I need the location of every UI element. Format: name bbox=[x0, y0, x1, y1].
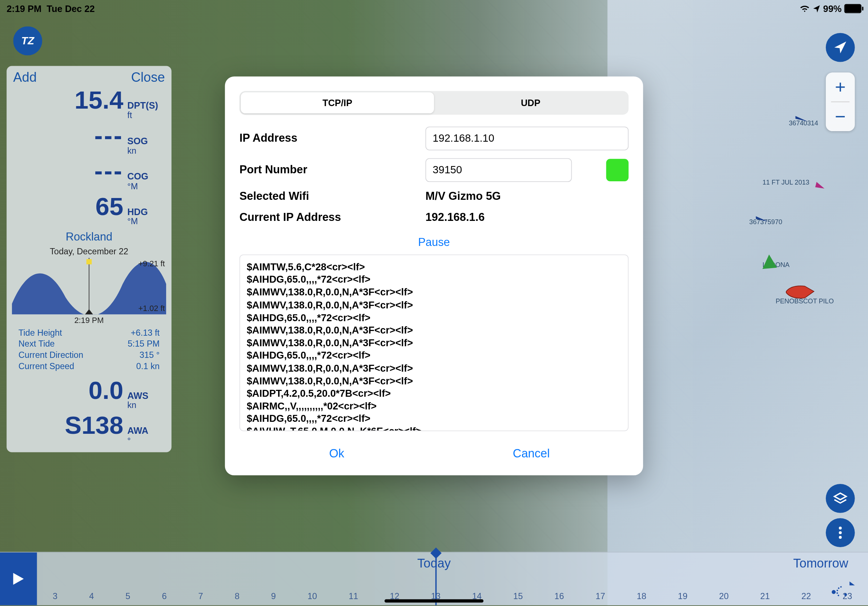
tide-graph[interactable]: Today, December 22 +9.21 ft +1.02 ft 2:1… bbox=[12, 246, 166, 371]
tide-high-label: +9.21 ft bbox=[138, 259, 165, 268]
timeline-tomorrow-label: Tomorrow bbox=[793, 557, 848, 571]
weather-toggle-button[interactable] bbox=[823, 579, 855, 600]
svg-rect-13 bbox=[87, 259, 92, 264]
battery-icon bbox=[845, 4, 862, 13]
svg-point-10 bbox=[839, 531, 842, 534]
play-button[interactable] bbox=[0, 553, 37, 605]
center-on-boat-button[interactable] bbox=[826, 33, 855, 62]
svg-point-17 bbox=[845, 593, 847, 596]
navdata-hdg[interactable]: 65 HDG°M bbox=[6, 191, 172, 226]
connection-status-indicator bbox=[606, 159, 629, 181]
panel-add-button[interactable]: Add bbox=[13, 70, 37, 85]
svg-marker-14 bbox=[85, 309, 93, 315]
tide-date: Today, December 22 bbox=[12, 246, 166, 256]
tide-low-label: +1.02 ft bbox=[138, 304, 165, 313]
own-ship-icon bbox=[785, 283, 815, 300]
wifi-value: M/V Gizmo 5G bbox=[425, 190, 628, 203]
status-time: 2:19 PM bbox=[6, 3, 42, 14]
svg-point-16 bbox=[832, 590, 835, 594]
zoom-control: + − bbox=[826, 73, 855, 131]
tide-now-time: 2:19 PM bbox=[74, 316, 104, 325]
port-input[interactable] bbox=[425, 158, 572, 182]
tide-station-name[interactable]: Rockland bbox=[6, 231, 172, 244]
current-ip-label: Current IP Address bbox=[240, 211, 418, 224]
ok-button[interactable]: Ok bbox=[240, 442, 434, 466]
app-logo[interactable]: TZ bbox=[13, 26, 42, 56]
svg-point-11 bbox=[839, 536, 842, 539]
ip-input[interactable] bbox=[425, 127, 628, 150]
zoom-out-button[interactable]: − bbox=[826, 102, 855, 131]
protocol-segmented: TCP/IP UDP bbox=[240, 91, 629, 114]
zoom-in-button[interactable]: + bbox=[826, 73, 855, 102]
navdata-cog[interactable]: --- COG°M bbox=[6, 156, 172, 191]
panel-close-button[interactable]: Close bbox=[131, 70, 165, 85]
status-date: Tue Dec 22 bbox=[46, 3, 95, 14]
tide-info: Tide Height+6.13 ft Next Tide5:15 PM Cur… bbox=[19, 327, 160, 371]
port-label: Port Number bbox=[240, 164, 418, 176]
navdata-sog[interactable]: --- SOGkn bbox=[6, 121, 172, 156]
battery-pct: 99% bbox=[823, 3, 842, 14]
status-bar: 2:19 PM Tue Dec 22 99% bbox=[0, 0, 868, 17]
nmea-log[interactable]: $AIMTW,5.6,C*28<cr><lf> $AIHDG,65.0,,,,*… bbox=[240, 254, 629, 431]
location-icon bbox=[813, 5, 821, 13]
more-button[interactable] bbox=[826, 518, 855, 547]
home-indicator[interactable] bbox=[384, 599, 484, 602]
wifi-icon bbox=[799, 5, 810, 13]
wifi-label: Selected Wifi bbox=[240, 190, 418, 203]
cancel-button[interactable]: Cancel bbox=[434, 442, 628, 466]
navdata-awa[interactable]: S138 AWA° bbox=[6, 410, 172, 445]
tab-tcpip[interactable]: TCP/IP bbox=[240, 92, 434, 113]
svg-marker-15 bbox=[849, 581, 855, 585]
timeline-today-label: Today bbox=[417, 557, 451, 571]
connection-dialog: TCP/IP UDP IP Address Port Number Select… bbox=[225, 76, 643, 475]
current-ip-value: 192.168.1.6 bbox=[425, 211, 628, 224]
navdata-aws[interactable]: 0.0 AWSkn bbox=[6, 375, 172, 410]
svg-point-9 bbox=[839, 526, 842, 529]
layers-button[interactable] bbox=[826, 484, 855, 513]
ip-label: IP Address bbox=[240, 132, 418, 145]
pause-button[interactable]: Pause bbox=[240, 236, 629, 249]
time-bar[interactable]: Today Tomorrow 3456789101112131415161718… bbox=[0, 552, 868, 605]
tab-udp[interactable]: UDP bbox=[434, 92, 628, 113]
navdata-panel: Add Close 15.4 DPT(S)ft --- SOGkn --- CO… bbox=[6, 66, 172, 452]
navdata-dpt[interactable]: 15.4 DPT(S)ft bbox=[6, 85, 172, 120]
